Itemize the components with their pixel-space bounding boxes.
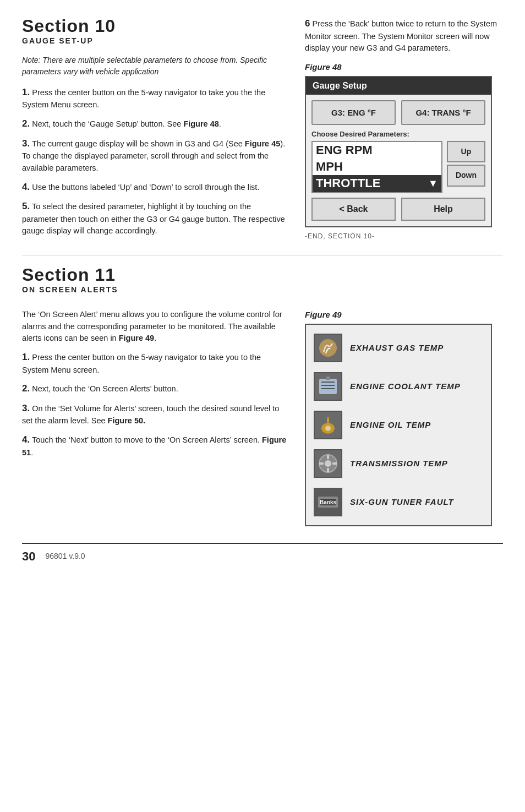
section-divider bbox=[22, 255, 503, 255]
list-item-mph[interactable]: MPH bbox=[313, 159, 441, 175]
list-item-engrpm[interactable]: ENG RPM bbox=[313, 142, 441, 159]
section11-step1: 1. Press the center button on the 5-way … bbox=[22, 350, 288, 376]
down-button[interactable]: Down bbox=[447, 165, 485, 187]
section11-step2: 2. Next, touch the ‘On Screen Alerts’ bu… bbox=[22, 382, 288, 396]
section11-step4: 4. Touch the ‘Next’ button to move to th… bbox=[22, 433, 288, 459]
choose-params-label: Choose Desired Parameters: bbox=[306, 128, 491, 140]
section10-title: Section 10 bbox=[22, 17, 288, 36]
selected-arrow-icon: ▼ bbox=[428, 178, 438, 190]
section10-step3: 3. The current gauge display will be sho… bbox=[22, 137, 288, 175]
section10-left: Section 10 GAUGE SET-UP Note: There are … bbox=[22, 17, 288, 243]
section10-right: 6 Press the ‘Back’ button twice to retur… bbox=[305, 17, 503, 243]
section10-step1: 1. Press the center button on the 5-way … bbox=[22, 85, 288, 111]
svg-rect-15 bbox=[327, 468, 329, 472]
footer-page-number: 30 bbox=[22, 548, 35, 565]
help-button[interactable]: Help bbox=[401, 198, 485, 221]
section10-step6: 6 Press the ‘Back’ button twice to retur… bbox=[305, 17, 503, 55]
figure48-label: Figure 48 bbox=[305, 61, 503, 73]
up-button[interactable]: Up bbox=[447, 141, 485, 163]
gauge-setup-box: Gauge Setup G3: ENG °F G4: TRANS °F Choo… bbox=[305, 76, 492, 227]
section10-step4: 4. Use the buttons labeled ‘Up’ and ‘Dow… bbox=[22, 180, 288, 194]
svg-rect-17 bbox=[332, 462, 337, 465]
alert-label-sixgun: SIX-GUN TUNER FAULT bbox=[350, 496, 454, 508]
svg-point-13 bbox=[325, 460, 331, 467]
footer-version: 96801 v.9.0 bbox=[45, 551, 85, 562]
svg-point-1 bbox=[319, 339, 337, 357]
section11-intro: The ‘On Screen Alert’ menu allows you to… bbox=[22, 309, 288, 345]
section11-left: The ‘On Screen Alert’ menu allows you to… bbox=[22, 309, 288, 526]
up-down-controls: Up Down bbox=[447, 141, 485, 193]
back-button[interactable]: < Back bbox=[311, 198, 396, 221]
gauge-parameters-list: ENG RPM MPH THROTTLE ▼ bbox=[311, 141, 442, 193]
alert-label-exhaust: EXHAUST GAS TEMP bbox=[350, 342, 444, 353]
section10-layout: Section 10 GAUGE SET-UP Note: There are … bbox=[22, 17, 503, 243]
oiltemp-icon bbox=[314, 411, 342, 439]
section10-step2: 2. Next, touch the ‘Gauge Setup’ button.… bbox=[22, 117, 288, 131]
svg-rect-16 bbox=[319, 462, 324, 465]
gauge-back-row: < Back Help bbox=[306, 198, 491, 226]
sixgun-icon: Banks bbox=[314, 488, 342, 516]
list-item-throttle[interactable]: THROTTLE ▼ bbox=[313, 175, 441, 192]
coolant-icon bbox=[314, 372, 342, 401]
section11-right: Figure 49 EXHAUST GAS TEMP bbox=[305, 309, 503, 526]
section10-step5: 5. To select the desired parameter, high… bbox=[22, 199, 288, 237]
figure49-box: EXHAUST GAS TEMP ENGINE bbox=[305, 324, 492, 526]
g3-button[interactable]: G3: ENG °F bbox=[311, 100, 396, 125]
alert-row-sixgun: Banks SIX-GUN TUNER FAULT bbox=[314, 488, 483, 516]
alert-row-trans: TRANSMISSION TEMP bbox=[314, 449, 483, 478]
alert-row-exhaust: EXHAUST GAS TEMP bbox=[314, 334, 483, 362]
svg-rect-7 bbox=[326, 377, 330, 380]
section11-step3: 3. On the ‘Set Volume for Alerts’ screen… bbox=[22, 401, 288, 427]
section10-subtitle: GAUGE SET-UP bbox=[22, 36, 288, 47]
alert-label-oiltemp: ENGINE OIL TEMP bbox=[350, 419, 431, 430]
alert-row-coolant: ENGINE COOLANT TEMP bbox=[314, 372, 483, 401]
svg-rect-3 bbox=[319, 379, 337, 394]
gauge-list-row: ENG RPM MPH THROTTLE ▼ Up Down bbox=[306, 141, 491, 198]
end-section10: -END, SECTION 10- bbox=[305, 232, 503, 241]
section11-subtitle: ON SCREEN ALERTS bbox=[22, 285, 503, 296]
trans-icon bbox=[314, 449, 342, 478]
gauge-g3-g4-row: G3: ENG °F G4: TRANS °F bbox=[306, 95, 491, 128]
page: Section 10 GAUGE SET-UP Note: There are … bbox=[0, 0, 525, 812]
svg-rect-14 bbox=[327, 455, 329, 459]
exhaust-icon bbox=[314, 334, 342, 362]
alert-label-trans: TRANSMISSION TEMP bbox=[350, 457, 448, 469]
alert-label-coolant: ENGINE COOLANT TEMP bbox=[350, 380, 461, 392]
alert-row-oiltemp: ENGINE OIL TEMP bbox=[314, 411, 483, 439]
g4-button[interactable]: G4: TRANS °F bbox=[401, 100, 485, 125]
section11-layout: The ‘On Screen Alert’ menu allows you to… bbox=[22, 309, 503, 526]
section11-title: Section 11 bbox=[22, 265, 503, 285]
figure49-label: Figure 49 bbox=[305, 309, 503, 320]
gauge-setup-title: Gauge Setup bbox=[306, 77, 491, 95]
svg-point-10 bbox=[325, 426, 331, 431]
svg-text:Banks: Banks bbox=[320, 499, 336, 505]
section10-note: Note: There are multiple selectable para… bbox=[22, 55, 288, 78]
page-footer: 30 96801 v.9.0 bbox=[22, 543, 503, 565]
